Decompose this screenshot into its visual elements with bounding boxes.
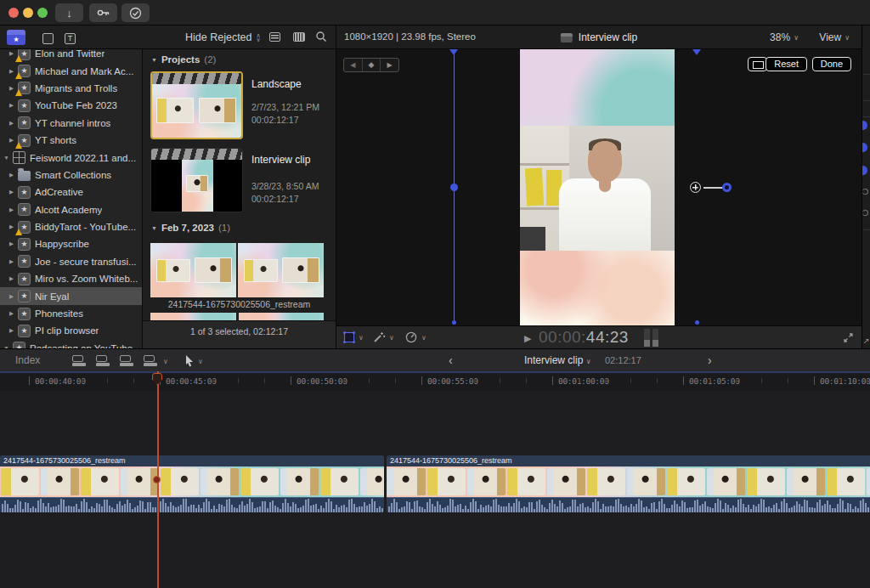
- insert-edit-button[interactable]: [96, 355, 110, 366]
- play-button[interactable]: ▶: [524, 333, 531, 344]
- sidebar-item[interactable]: ▶★Nir Eyal: [0, 287, 142, 304]
- project-name[interactable]: Interview clip: [251, 154, 310, 166]
- disclosure-triangle[interactable]: ▶: [7, 240, 16, 247]
- disclosure-triangle[interactable]: ▶: [7, 206, 16, 213]
- timeline-clip[interactable]: 2417544-1675730025506_restream: [0, 455, 384, 512]
- sidebar-item[interactable]: ▶★Elon and Twitter: [0, 49, 142, 62]
- reset-button[interactable]: Reset: [765, 57, 807, 71]
- sidebar-item[interactable]: ▼Feisworld 2022.11 and...: [0, 149, 142, 166]
- download-icon: ↓: [66, 7, 72, 20]
- media-clip-name: 2417544-1675730025506_restream: [143, 299, 336, 309]
- fullscreen-button[interactable]: [843, 332, 854, 343]
- disclosure-triangle[interactable]: ▶: [7, 275, 16, 282]
- download-button[interactable]: ↓: [55, 3, 83, 22]
- star-icon: ★: [18, 116, 31, 129]
- timeline-clip[interactable]: 2417544-1675730025506_restream: [387, 455, 870, 512]
- sidebar-item-label: Elon and Twitter: [35, 49, 105, 59]
- previous-keyframe-button[interactable]: ◀: [344, 59, 363, 71]
- transform-mode-button[interactable]: [748, 57, 767, 71]
- sidebar-item[interactable]: ▶★Michael and Mark Ac...: [0, 62, 142, 79]
- sidebar-item[interactable]: ▶★YT channel intros: [0, 115, 142, 132]
- next-item-button[interactable]: ›: [708, 349, 712, 372]
- enhancements-menu[interactable]: ∨: [389, 334, 394, 342]
- tab-titles-generators[interactable]: T: [63, 30, 82, 45]
- sidebar-item[interactable]: ▶★AdCreative: [0, 184, 142, 201]
- key-button[interactable]: [89, 3, 117, 22]
- toggle-switch[interactable]: [862, 121, 867, 130]
- checkbox-circle[interactable]: [862, 210, 868, 216]
- project-name[interactable]: Landscape: [251, 78, 302, 90]
- sidebar-item[interactable]: ▶★Joe - secure transfusi...: [0, 253, 142, 270]
- toggle-switch[interactable]: [862, 166, 867, 175]
- project-thumbnail-interview[interactable]: [150, 148, 243, 212]
- connect-edit-button[interactable]: [72, 355, 87, 366]
- toggle-switch[interactable]: [862, 143, 867, 152]
- transform-handle-top-left[interactable]: [449, 49, 458, 55]
- disclosure-triangle[interactable]: ▶: [7, 172, 16, 178]
- close-window-button[interactable]: [8, 8, 19, 18]
- disclosure-triangle[interactable]: ▼: [2, 155, 11, 161]
- select-tool-button[interactable]: [184, 354, 195, 367]
- edit-options-menu[interactable]: ∨: [163, 358, 168, 365]
- disclosure-triangle[interactable]: ▶: [7, 258, 16, 265]
- minimize-window-button[interactable]: [23, 8, 33, 18]
- transform-handle-top-center[interactable]: [692, 49, 701, 55]
- tool-menu[interactable]: ∨: [198, 358, 203, 365]
- rotation-handle[interactable]: [722, 183, 732, 192]
- project-thumbnail-landscape[interactable]: [150, 71, 243, 139]
- sidebar-item[interactable]: ▶★Migrants and Trolls: [0, 80, 142, 97]
- sidebar-item[interactable]: ▶★YT shorts: [0, 132, 142, 149]
- timeline-clip-menu[interactable]: Interview clip ∨: [524, 349, 591, 373]
- disclosure-triangle[interactable]: ▶: [7, 327, 16, 334]
- sidebar-item[interactable]: ▶★Miro vs. Zoom Whiteb...: [0, 270, 142, 287]
- disclosure-triangle[interactable]: ▶: [7, 189, 16, 195]
- transform-handle-bottom-center[interactable]: [695, 320, 699, 325]
- overwrite-edit-button[interactable]: [144, 355, 158, 366]
- sidebar-item[interactable]: ▶Smart Collections: [0, 167, 142, 184]
- viewer-view-menu[interactable]: View ∨: [819, 31, 850, 43]
- disclosure-triangle[interactable]: ▶: [7, 102, 16, 109]
- viewer-zoom-menu[interactable]: 38% ∨: [770, 31, 799, 43]
- timeline-ruler[interactable]: 00:00:40:0000:00:45:0000:00:50:0000:00:5…: [0, 371, 870, 391]
- expand-ne-icon[interactable]: ↗: [863, 336, 870, 345]
- retime-menu[interactable]: ∨: [421, 334, 427, 342]
- index-button[interactable]: Index: [15, 349, 40, 372]
- projects-section-header[interactable]: ▼Projects(2): [151, 54, 216, 65]
- sidebar-item[interactable]: ▶★YouTube Feb 2023: [0, 97, 142, 114]
- date-section-header[interactable]: ▼Feb 7, 2023(1): [151, 223, 230, 233]
- zoom-window-button[interactable]: [37, 8, 48, 18]
- ruler-minor-tick: [657, 378, 658, 383]
- sidebar-item[interactable]: ▶★Happyscribe: [0, 235, 142, 252]
- check-button[interactable]: [121, 3, 150, 22]
- sidebar-item[interactable]: ▶★PI clip browser: [0, 322, 142, 339]
- filmstrip-view-button[interactable]: [293, 32, 305, 42]
- add-keyframe-button[interactable]: ◆: [363, 59, 381, 71]
- disclosure-triangle[interactable]: ▶: [7, 120, 16, 127]
- enhancements-button[interactable]: [372, 331, 386, 344]
- clip-filter-popup[interactable]: Hide Rejected ∧∨: [185, 25, 261, 49]
- retime-button[interactable]: [404, 331, 418, 344]
- append-edit-button[interactable]: [120, 355, 134, 366]
- transform-tool-menu[interactable]: ∨: [359, 334, 364, 342]
- sidebar-item[interactable]: ▶★BiddyTarot - YouTube...: [0, 218, 142, 235]
- transform-handle-bottom-left[interactable]: [452, 320, 456, 325]
- sidebar-item[interactable]: ▶★Phonesites: [0, 305, 142, 322]
- done-button[interactable]: Done: [812, 57, 851, 71]
- next-keyframe-button[interactable]: ▶: [381, 59, 398, 71]
- disclosure-triangle[interactable]: ▶: [7, 293, 16, 300]
- media-clip-filmstrip[interactable]: [150, 243, 324, 297]
- list-view-button[interactable]: [269, 32, 280, 42]
- search-button[interactable]: [315, 31, 327, 42]
- disclosure-triangle[interactable]: ▼: [151, 57, 157, 63]
- transform-tool-icon[interactable]: [344, 332, 354, 342]
- checkbox-circle[interactable]: [862, 189, 868, 195]
- disclosure-triangle[interactable]: ▼: [151, 225, 157, 231]
- sidebar-item[interactable]: ▶★Alcott Academy: [0, 201, 142, 218]
- tab-libraries[interactable]: ★: [7, 30, 25, 45]
- disclosure-triangle[interactable]: ▶: [7, 310, 16, 317]
- sidebar-item[interactable]: ▼★Podcasting on YouTube: [0, 340, 142, 348]
- previous-item-button[interactable]: ‹: [449, 349, 453, 372]
- transform-anchor-icon[interactable]: [690, 182, 701, 193]
- tab-photos-audio[interactable]: ♪: [36, 30, 54, 45]
- transform-handle-mid-left[interactable]: [450, 184, 458, 191]
